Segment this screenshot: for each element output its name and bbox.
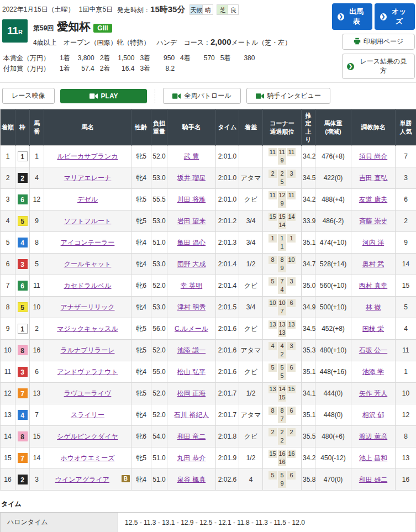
horse-name-link[interactable]: ラヴユーライヴ	[64, 389, 112, 397]
trainer-name-link[interactable]: 斉藤 崇史	[359, 217, 387, 225]
horse-name-cell: アンドヴァラナウト	[44, 361, 131, 383]
shutsuba-button[interactable]: ❯出馬表	[332, 3, 372, 30]
horse-number: 4	[30, 167, 44, 189]
trainer-name-link[interactable]: 林 徹	[366, 303, 381, 311]
horse-name-link[interactable]: アイコンテーラー	[61, 239, 115, 246]
trainer-cell: 国枝 栄	[351, 318, 396, 340]
jockey-name-link[interactable]: 松山 弘平	[177, 368, 206, 376]
jockey-name-link[interactable]: 川田 将雅	[177, 196, 206, 203]
jockey-name-link[interactable]: 丸田 恭介	[177, 454, 206, 462]
results-col-header: 性齢	[131, 109, 151, 146]
trainer-name-link[interactable]: 池添 学	[362, 368, 384, 376]
result-row: 14 8 15 シゲルピンクダイヤ 牝6 54.0 和田 竜二 2:01.8 ク…	[1, 426, 416, 447]
carried-weight: 54.0	[151, 426, 167, 447]
odds-button[interactable]: ❯オッズ	[375, 3, 415, 30]
corner-position-value: 13	[287, 320, 296, 329]
win-popularity: 16	[396, 469, 416, 491]
trainer-name-link[interactable]: 渡辺 薫彦	[359, 433, 387, 440]
horse-name-link[interactable]: ラルナブリラーレ	[61, 346, 115, 354]
chevron-circle-icon: ❯	[347, 63, 354, 70]
prize-place-label: 2着	[100, 64, 110, 74]
estimated-last-3f: 34.5	[302, 318, 315, 340]
horse-body-weight: 448(0)	[315, 404, 351, 426]
trainer-name-link[interactable]: 吉田 直弘	[359, 174, 387, 182]
margin: アタマ	[239, 404, 263, 426]
jockey-name-link[interactable]: 和田 竜二	[177, 433, 206, 440]
horse-name-link[interactable]: マリアエレーナ	[64, 174, 112, 182]
estimated-last-3f: 35.1	[302, 404, 315, 426]
trainer-name-link[interactable]: 矢作 芳人	[359, 389, 387, 397]
horse-name-link[interactable]: デゼル	[77, 196, 98, 203]
trainer-name-link[interactable]: 和田 雄二	[359, 476, 387, 483]
jockey-name-link[interactable]: 団野 大成	[177, 260, 206, 268]
waku-number: 8	[18, 431, 28, 441]
corner-position-value: 11	[268, 191, 277, 199]
trainer-name-link[interactable]: 奥村 武	[362, 260, 384, 268]
trainer-name-link[interactable]: 友道 康夫	[359, 196, 387, 203]
trainer-name-link[interactable]: 西村 真幸	[359, 282, 387, 289]
jockey-name-link[interactable]: C.ルメール	[175, 325, 208, 333]
finish-position: 14	[1, 426, 15, 447]
horse-name-cell: スライリー	[44, 404, 131, 426]
corner-position-value: 13	[278, 329, 286, 337]
finish-position: 8	[1, 297, 15, 318]
trainer-name-link[interactable]: 池上 昌和	[359, 454, 387, 462]
jockey-name-link[interactable]: 石川 裕紀人	[174, 411, 209, 419]
horse-name-link[interactable]: スライリー	[71, 411, 104, 419]
horse-name-link[interactable]: アンドヴァラナウト	[57, 368, 118, 376]
horse-name-link[interactable]: ホウオウエミーズ	[61, 454, 115, 462]
horse-name-cell: マジックキャッスル	[44, 318, 131, 340]
horse-name-link[interactable]: シゲルピンクダイヤ	[57, 433, 118, 440]
horse-name-link[interactable]: ルビーカサブランカ	[57, 152, 118, 160]
race-video-button[interactable]: レース映像	[2, 88, 55, 104]
jockey-name-link[interactable]: 泉谷 楓真	[177, 476, 206, 483]
corner-position-value: 14	[278, 221, 286, 229]
result-row: 13 4 7 スライリー 牝4 52.0 石川 裕紀人 2:01.7 アタマ 8…	[1, 404, 416, 426]
trainer-name-link[interactable]: 相沢 郁	[362, 411, 384, 419]
corner-position-value: 9	[278, 480, 286, 488]
jockey-interview-button[interactable]: 騎手インタビュー	[246, 88, 330, 104]
prize-amount: 3,800	[70, 53, 94, 64]
jockey-name-link[interactable]: 岩田 望来	[177, 217, 206, 225]
horse-name-link[interactable]: ウインアグライア	[55, 476, 109, 483]
course-distance: 2,000	[210, 37, 231, 46]
jockey-name-link[interactable]: 坂井 瑠星	[177, 174, 206, 182]
play-button[interactable]: PLAY	[60, 89, 148, 103]
trainer-name-link[interactable]: 石坂 公一	[359, 346, 387, 354]
trainer-name-link[interactable]: 河内 洋	[362, 239, 384, 246]
jockey-name-link[interactable]: 武 豊	[184, 152, 199, 160]
horse-body-weight: 500(+10)	[315, 297, 351, 318]
horse-number: 11	[30, 275, 44, 297]
print-page-button[interactable]: 印刷用ページ	[342, 34, 415, 50]
jockey-name-link[interactable]: 亀田 温心	[177, 239, 206, 246]
jockey-name-link[interactable]: 松岡 正海	[177, 389, 206, 397]
corner-positions: 5565	[263, 361, 302, 383]
jockey-cell: 川田 将雅	[167, 189, 216, 210]
jockey-name-link[interactable]: 幸 英明	[181, 282, 202, 289]
results-col-header: 馬体重 (増減)	[315, 109, 351, 146]
horse-name-link[interactable]: クールキャット	[64, 260, 112, 268]
waku-cell: 4	[15, 404, 30, 426]
weather-value-badge: 良	[228, 4, 239, 15]
finish-time: 2:01.2	[216, 210, 239, 232]
waku-number: 3	[18, 259, 28, 269]
race-title-block: 第59回 愛知杯 GIII 4歳以上 オープン（国際）牝（特指） ハンデ コース…	[33, 19, 291, 48]
win-popularity: 11	[396, 340, 416, 361]
finish-time: 2:01.9	[216, 447, 239, 469]
results-col-header: 騎手名	[167, 109, 216, 146]
page-actions: ❯出馬表 ❯オッズ 印刷用ページ ❯レース結果の見方	[332, 3, 415, 79]
jockey-name-link[interactable]: 津村 明秀	[177, 303, 206, 311]
trainer-name-link[interactable]: 須貝 尚介	[359, 152, 387, 160]
patrol-video-button[interactable]: 全周パトロール	[163, 88, 240, 104]
race-name: 愛知杯	[57, 19, 90, 34]
horse-name-cell: ラルナブリラーレ	[44, 340, 131, 361]
horse-name-link[interactable]: マジックキャッスル	[57, 325, 118, 333]
results-header-row: 着順枠馬 番馬名性齢負担 重量騎手名タイム着差コーナー 通過順位推 定 上 り馬…	[1, 109, 416, 146]
trainer-name-link[interactable]: 国枝 栄	[362, 325, 384, 333]
jockey-name-link[interactable]: 池添 謙一	[177, 346, 206, 354]
horse-name-link[interactable]: カセドラルベル	[64, 282, 112, 289]
horse-name-link[interactable]: ソフトフルート	[64, 217, 112, 225]
horse-name-link[interactable]: アナザーリリック	[61, 303, 115, 311]
result-guide-button[interactable]: ❯レース結果の見方	[342, 54, 415, 79]
corner-position-value: 8	[278, 407, 286, 415]
